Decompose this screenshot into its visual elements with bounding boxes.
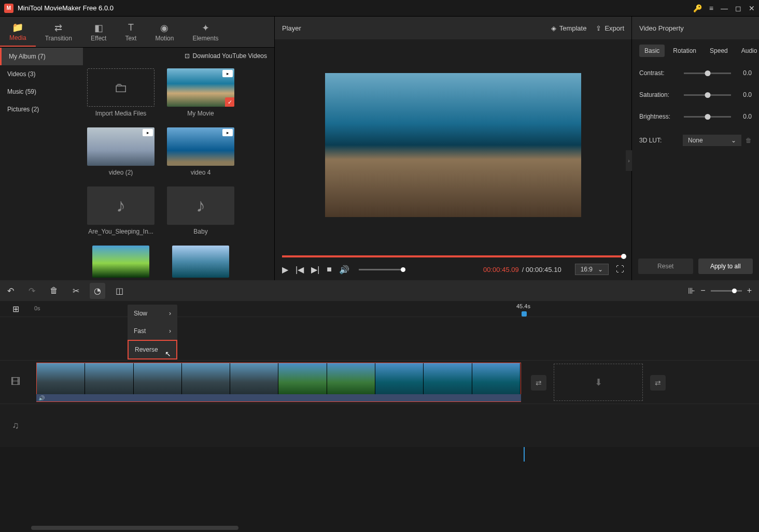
video-track[interactable]: 🎞 🔊 ⇄ ⬇ ⇄ [0, 360, 759, 404]
minimize-button[interactable]: — [721, 4, 728, 12]
library-sidebar: My Album (7) Videos (3) Music (59) Pictu… [0, 48, 83, 280]
trash-icon[interactable]: 🗑 [746, 137, 752, 144]
speed-button[interactable]: ◔ [90, 283, 105, 299]
sidebar-item-myalbum[interactable]: My Album (7) [0, 48, 83, 65]
props-tab-rotation[interactable]: Rotation [668, 45, 701, 57]
playhead[interactable] [522, 311, 527, 317]
maximize-button[interactable]: ◻ [735, 4, 741, 12]
clip-audio-bar[interactable]: 🔊 [36, 394, 521, 401]
volume-slider[interactable] [359, 269, 405, 270]
thumb-mymovie[interactable]: ▸✓ My Movie [167, 68, 234, 117]
download-youtube-link[interactable]: Download YouTube Videos [193, 52, 267, 60]
key-icon[interactable]: 🔑 [693, 4, 702, 12]
expand-panel-button[interactable]: › [626, 150, 632, 171]
thumb-image[interactable]: ▸ [167, 127, 234, 166]
thumb-image[interactable] [92, 246, 149, 278]
tab-elements[interactable]: ✦Elements [183, 18, 228, 46]
lut-label: 3D LUT: [639, 137, 679, 144]
thumb-video4[interactable]: ▸ video 4 [167, 127, 234, 176]
thumb-picture1[interactable] [87, 246, 154, 278]
tab-transition[interactable]: ⇄Transition [36, 18, 81, 46]
thumb-image[interactable]: ▸ [87, 127, 154, 166]
progress-bar[interactable] [282, 255, 624, 257]
sidebar-item-pictures[interactable]: Pictures (2) [0, 100, 83, 118]
menu-label: Reverse [135, 346, 158, 353]
speaker-icon: 🔊 [38, 395, 45, 401]
tab-motion-label: Motion [155, 35, 174, 42]
thumb-image[interactable]: ♪ [87, 186, 154, 225]
swap-left-button[interactable]: ⇄ [531, 375, 546, 391]
swap-right-button[interactable]: ⇄ [650, 375, 666, 391]
redo-button[interactable]: ↷ [29, 286, 35, 296]
audio-track[interactable]: ♫ [0, 404, 759, 447]
speed-menu-reverse[interactable]: Reverse [128, 340, 177, 360]
contrast-slider[interactable] [684, 73, 731, 74]
saturation-slider[interactable] [684, 94, 731, 96]
thumb-image[interactable] [172, 246, 229, 278]
player-panel: Player ◈Template ⇪Export ▶ |◀ ▶| ■ 🔊 00:… [275, 17, 632, 280]
reset-button[interactable]: Reset [638, 258, 693, 274]
fullscreen-button[interactable]: ⛶ [616, 265, 624, 274]
props-title: Video Property [639, 24, 684, 32]
aspect-ratio-select[interactable]: 16:9⌄ [575, 264, 609, 275]
media-panel: 📁Media ⇄Transition ◧Effect TText ◉Motion… [0, 17, 275, 280]
thumb-import[interactable]: 🗀 Import Media Files [87, 68, 154, 117]
slider-handle[interactable] [705, 70, 710, 76]
thumb-picture2[interactable] [167, 246, 234, 278]
export-button[interactable]: ⇪Export [596, 24, 624, 32]
youtube-icon[interactable]: ⊡ [185, 52, 190, 60]
props-tab-speed[interactable]: Speed [705, 45, 733, 57]
props-tab-audio[interactable]: Audio [736, 45, 759, 57]
speed-menu: Slow› Fast› Reverse [128, 305, 177, 360]
lut-select[interactable]: None⌄ [683, 135, 741, 146]
tab-text[interactable]: TText [116, 18, 146, 46]
slider-handle[interactable] [705, 114, 710, 120]
thumb-image[interactable]: ▸✓ [167, 68, 234, 107]
crop-button[interactable]: ◫ [116, 286, 123, 296]
menu-label: Fast [134, 327, 146, 335]
tab-motion[interactable]: ◉Motion [146, 18, 183, 46]
zoom-slider[interactable] [711, 290, 742, 292]
split-button[interactable]: ✂ [73, 286, 79, 296]
import-placeholder[interactable]: 🗀 [87, 68, 154, 107]
delete-button[interactable]: 🗑 [50, 286, 58, 295]
timeline-scrollbar[interactable] [31, 526, 238, 530]
tab-media[interactable]: 📁Media [0, 18, 36, 47]
thumb-baby[interactable]: ♪ Baby [167, 186, 234, 235]
apply-all-button[interactable]: Apply to all [698, 258, 753, 274]
sidebar-item-music[interactable]: Music (59) [0, 83, 83, 100]
saturation-value: 0.0 [736, 91, 752, 98]
thumb-image[interactable]: ♪ [167, 186, 234, 225]
zoom-handle[interactable] [732, 289, 737, 293]
folder-icon: 📁 [12, 22, 23, 32]
add-track-button[interactable]: ⊞ [0, 304, 31, 314]
zoom-out-button[interactable]: − [700, 286, 705, 295]
video-preview[interactable] [325, 73, 581, 217]
speed-menu-fast[interactable]: Fast› [128, 322, 177, 340]
progress-fill [282, 255, 624, 257]
tab-effect[interactable]: ◧Effect [81, 18, 116, 46]
close-button[interactable]: ✕ [749, 4, 755, 12]
props-tab-basic[interactable]: Basic [639, 45, 665, 57]
slider-handle[interactable] [705, 92, 710, 98]
motion-icon: ◉ [160, 22, 168, 33]
next-button[interactable]: ▶| [311, 265, 319, 275]
snap-icon[interactable]: ⊪ [688, 286, 695, 296]
timeline-ruler[interactable]: ⊞ 0s 45.4s [0, 301, 759, 317]
drop-zone[interactable]: ⬇ [554, 364, 643, 401]
thumb-video2[interactable]: ▸ video (2) [87, 127, 154, 176]
play-button[interactable]: ▶ [282, 265, 288, 275]
menu-icon[interactable]: ≡ [709, 4, 713, 12]
sidebar-item-videos[interactable]: Videos (3) [0, 65, 83, 83]
prev-button[interactable]: |◀ [296, 265, 304, 275]
stop-button[interactable]: ■ [327, 265, 332, 274]
zoom-in-button[interactable]: + [747, 286, 752, 295]
tab-effect-label: Effect [91, 35, 106, 42]
progress-handle[interactable] [621, 254, 626, 259]
thumb-sleeping[interactable]: ♪ Are_You_Sleeping_In... [87, 186, 154, 235]
volume-icon[interactable]: 🔊 [339, 265, 349, 275]
speed-menu-slow[interactable]: Slow› [128, 305, 177, 322]
brightness-slider[interactable] [684, 116, 731, 118]
undo-button[interactable]: ↶ [7, 286, 14, 296]
template-button[interactable]: ◈Template [551, 24, 587, 32]
